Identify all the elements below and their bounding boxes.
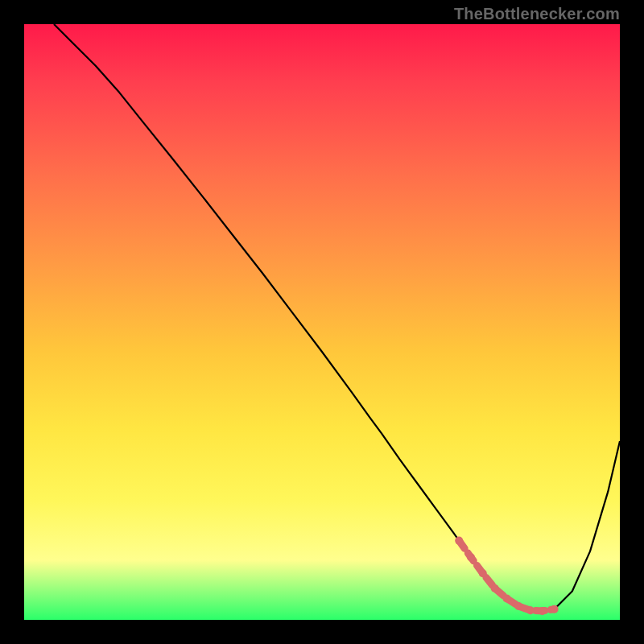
optimal-marker	[514, 602, 522, 610]
chart-container: TheBottlenecker.com	[0, 0, 644, 644]
bottleneck-curve	[54, 24, 620, 612]
optimal-marker	[491, 584, 499, 592]
watermark-text: TheBottlenecker.com	[454, 5, 620, 23]
curve-svg	[24, 24, 620, 620]
optimal-marker	[551, 605, 559, 613]
optimal-marker	[502, 594, 510, 602]
plot-area	[24, 24, 620, 620]
optimal-zone-markers	[455, 537, 558, 615]
optimal-marker	[467, 553, 475, 561]
optimal-marker	[479, 569, 487, 577]
optimal-marker	[455, 537, 463, 545]
optimal-marker	[539, 607, 547, 615]
optimal-marker	[526, 606, 535, 614]
